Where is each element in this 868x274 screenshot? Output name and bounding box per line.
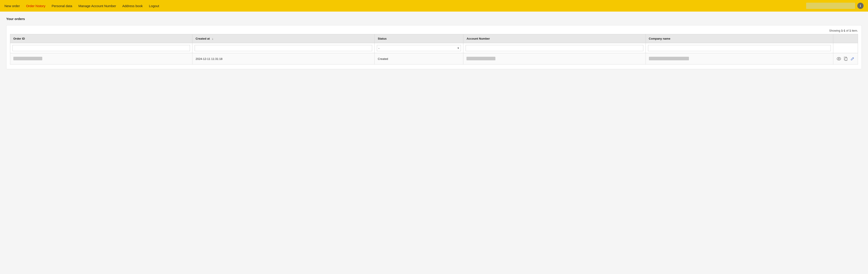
nav-order-history[interactable]: Order history: [26, 4, 45, 8]
filter-company-name: [646, 43, 833, 53]
svg-point-1: [838, 58, 839, 59]
filter-select-status[interactable]: - Created: [377, 45, 457, 51]
filter-row: - Created ▼: [10, 43, 858, 53]
filter-input-created-at[interactable]: [195, 45, 372, 51]
cell-status: Created: [375, 53, 463, 65]
copy-button[interactable]: [843, 56, 848, 61]
edit-button[interactable]: [850, 57, 855, 61]
showing-count: 1: [849, 29, 851, 32]
nav-manage-account[interactable]: Manage Account Number: [78, 4, 116, 8]
showing-text: Showing 1-1 of 1 item.: [10, 29, 858, 32]
cell-order-id: [10, 53, 192, 65]
page-title: Your orders: [6, 17, 862, 21]
filter-input-account-number[interactable]: [466, 45, 643, 51]
created-at-value: 2024-12-11 11:31:18: [195, 57, 222, 61]
cell-actions: [833, 53, 858, 65]
nav-items: New order Order history Personal data Ma…: [4, 4, 806, 8]
nav-right: i: [806, 3, 864, 9]
filter-status: - Created ▼: [375, 43, 463, 53]
eye-icon: [837, 57, 841, 60]
col-header-actions: [833, 34, 858, 43]
filter-account-number: [463, 43, 646, 53]
table-header-row: Order ID Created at ↓ Status Account Num…: [10, 34, 858, 43]
filter-actions-empty: [833, 43, 858, 53]
svg-point-0: [837, 57, 841, 60]
filter-order-id: [10, 43, 192, 53]
nav-new-order[interactable]: New order: [4, 4, 20, 8]
col-header-created-at[interactable]: Created at ↓: [192, 34, 375, 43]
filter-input-order-id[interactable]: [12, 45, 190, 51]
svg-rect-2: [845, 58, 847, 61]
filter-input-company-name[interactable]: [648, 45, 831, 51]
copy-icon: [844, 57, 847, 61]
nav-logout[interactable]: Logout: [149, 4, 159, 8]
edit-icon: [851, 57, 854, 61]
sort-arrow-created-at: ↓: [212, 37, 214, 40]
showing-range: 1-1: [841, 29, 845, 32]
top-navigation: New order Order history Personal data Ma…: [0, 0, 868, 11]
col-header-account-number[interactable]: Account Number: [463, 34, 646, 43]
main-content: Your orders Showing 1-1 of 1 item. Order…: [0, 11, 868, 74]
col-header-status[interactable]: Status: [375, 34, 463, 43]
orders-table: Order ID Created at ↓ Status Account Num…: [10, 34, 858, 65]
order-id-placeholder: [13, 57, 42, 60]
info-icon[interactable]: i: [857, 3, 864, 9]
search-input[interactable]: [806, 3, 855, 9]
cell-created-at: 2024-12-11 11:31:18: [192, 53, 375, 65]
col-header-order-id[interactable]: Order ID: [10, 34, 192, 43]
view-button[interactable]: [836, 57, 841, 61]
filter-created-at: [192, 43, 375, 53]
select-dropdown-arrow: ▼: [457, 47, 461, 50]
table-row: 2024-12-11 11:31:18 Created: [10, 53, 858, 65]
orders-card: Showing 1-1 of 1 item. Order ID Created …: [6, 25, 862, 69]
cell-account-number: [463, 53, 646, 65]
cell-company-name: [646, 53, 833, 65]
nav-address-book[interactable]: Address book: [122, 4, 143, 8]
nav-personal-data[interactable]: Personal data: [52, 4, 72, 8]
company-name-placeholder: [649, 57, 689, 60]
account-number-placeholder: [466, 57, 495, 60]
status-value: Created: [378, 57, 388, 61]
col-header-company-name[interactable]: Company name: [646, 34, 833, 43]
